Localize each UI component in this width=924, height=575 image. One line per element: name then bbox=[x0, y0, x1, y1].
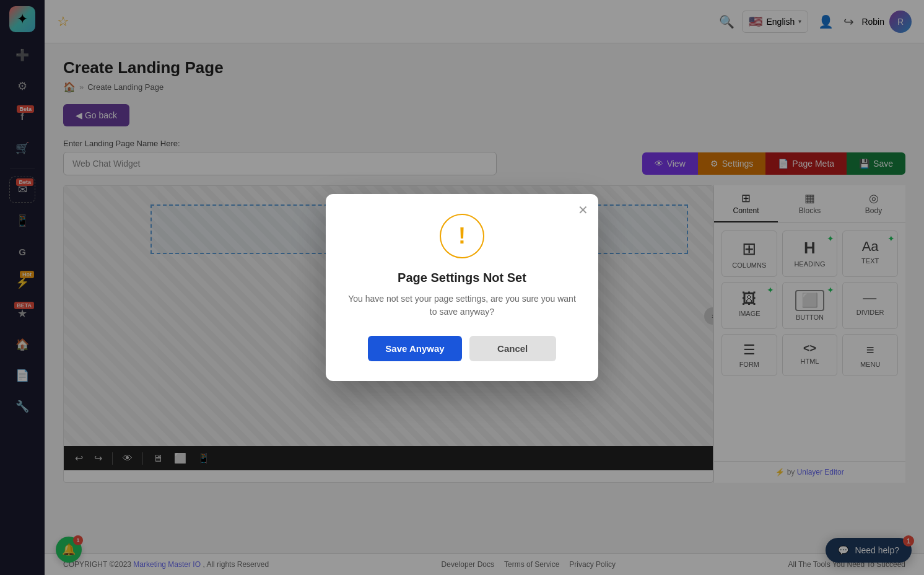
modal-close-button[interactable]: ✕ bbox=[578, 203, 588, 217]
modal-buttons: Save Anyway Cancel bbox=[346, 336, 578, 361]
modal-description: You have not set your page settings, are… bbox=[346, 292, 578, 318]
modal-exclamation-icon: ! bbox=[458, 223, 466, 249]
save-anyway-button[interactable]: Save Anyway bbox=[368, 336, 461, 361]
modal-dialog: ✕ ! Page Settings Not Set You have not s… bbox=[326, 194, 598, 381]
cancel-button[interactable]: Cancel bbox=[469, 336, 556, 361]
modal-warning-icon-circle: ! bbox=[440, 214, 484, 258]
modal-overlay[interactable]: ✕ ! Page Settings Not Set You have not s… bbox=[0, 0, 924, 575]
modal-title: Page Settings Not Set bbox=[346, 271, 578, 285]
